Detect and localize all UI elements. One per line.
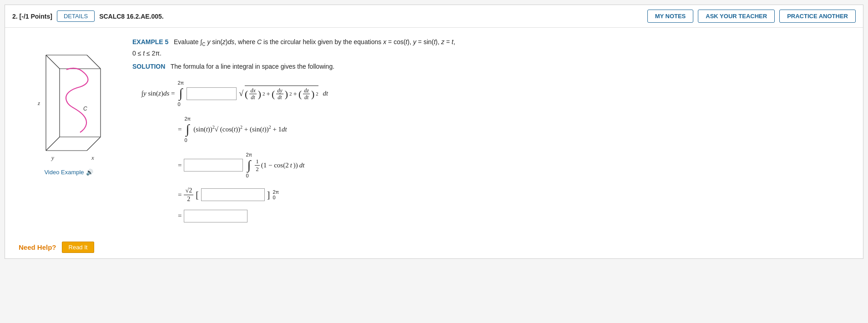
helix-diagram: z y x C xyxy=(28,37,110,164)
svg-line-6 xyxy=(46,55,60,69)
example-number: EXAMPLE 5 xyxy=(132,38,168,45)
video-example-label: Video Example xyxy=(44,169,84,176)
solution-section: SOLUTION The formula for a line integral… xyxy=(132,63,854,70)
eval-upper: 2π xyxy=(273,189,279,195)
ask-teacher-button[interactable]: ASK YOUR TEACHER xyxy=(698,10,775,23)
read-it-button[interactable]: Read It xyxy=(62,242,95,253)
input-field-3[interactable] xyxy=(201,188,265,201)
problem-header: 2. [-/1 Points] DETAILS SCALC8 16.2.AE.0… xyxy=(5,5,863,28)
eq4-coeff: √2 2 xyxy=(184,187,193,203)
svg-line-10 xyxy=(46,137,60,151)
eq1-lhs: ∫y sin(z)ds = xyxy=(141,86,175,101)
eq2-integrand: (sin(t))2√ (cos(t))2 + (sin(t))2 + 1dt xyxy=(193,122,287,137)
need-help-label: Need Help? xyxy=(19,243,56,251)
equation-line-5: = xyxy=(178,208,854,223)
equation-line-4: = √2 2 [ ] 2π 0 xyxy=(178,185,854,205)
eq3-eq: = xyxy=(178,158,182,173)
equation-line-2: = 2π ∫ 0 (sin(t))2√ (cos(t))2 + (sin(t))… xyxy=(178,113,854,146)
details-button[interactable]: DETAILS xyxy=(57,10,95,22)
svg-text:z: z xyxy=(37,100,40,106)
audio-icon: 🔊 xyxy=(86,169,93,176)
eq4-bracket-close: ] xyxy=(267,185,270,205)
video-example-link[interactable]: Video Example 🔊 xyxy=(44,169,93,176)
my-notes-button[interactable]: MY NOTES xyxy=(647,10,694,23)
svg-line-1 xyxy=(87,55,101,69)
svg-line-3 xyxy=(87,137,101,151)
lower-limit-1: 0 xyxy=(177,99,180,110)
svg-text:C: C xyxy=(83,106,87,112)
main-content: z y x C Video Example 🔊 EXAM xyxy=(5,28,863,236)
problem-code: SCALC8 16.2.AE.005. xyxy=(99,13,164,20)
points-label: 2. [-/1 Points] xyxy=(12,13,52,20)
example-title: EXAMPLE 5 Evaluate ∫C y sin(z)ds, where … xyxy=(132,37,854,58)
example-constraint: 0 ≤ t ≤ 2π. xyxy=(132,50,161,57)
need-help-bar: Need Help? Read It xyxy=(5,236,863,258)
input-field-4[interactable] xyxy=(184,210,247,222)
right-panel: EXAMPLE 5 Evaluate ∫C y sin(z)ds, where … xyxy=(132,37,854,227)
eq5-eq: = xyxy=(178,208,182,223)
input-field-1[interactable] xyxy=(187,87,237,100)
lower-limit-3: 0 xyxy=(246,170,248,181)
eq1-sqrt: √ ( dx dt ) 2 + ( dy xyxy=(239,85,328,103)
practice-another-button[interactable]: PRACTICE ANOTHER xyxy=(779,10,856,23)
eq4-bracket-open: [ xyxy=(196,185,199,205)
integral-sign-3: ∫ xyxy=(247,160,251,170)
input-field-2[interactable] xyxy=(184,159,243,172)
math-equations: ∫y sin(z)ds = 2π ∫ 0 √ ( xyxy=(141,77,854,223)
equation-line-3: = 2π ∫ 0 1 2 (1 − cos(2t))dt xyxy=(178,149,854,182)
eq4-eq: = xyxy=(178,187,182,202)
left-panel: z y x C Video Example 🔊 xyxy=(19,37,119,227)
eval-lower: 0 xyxy=(273,195,276,200)
integral-sign-2: ∫ xyxy=(186,124,189,134)
header-right: MY NOTES ASK YOUR TEACHER PRACTICE ANOTH… xyxy=(647,10,856,23)
eq3-integrand: 1 2 (1 − cos(2t))dt xyxy=(255,158,304,173)
lower-limit-2: 0 xyxy=(184,135,187,146)
header-left: 2. [-/1 Points] DETAILS SCALC8 16.2.AE.0… xyxy=(12,10,642,22)
eq2-eq: = xyxy=(178,122,182,137)
svg-text:x: x xyxy=(91,154,94,161)
equation-line-1: ∫y sin(z)ds = 2π ∫ 0 √ ( xyxy=(141,77,854,110)
solution-label: SOLUTION xyxy=(132,63,165,70)
integral-sign-1: ∫ xyxy=(179,88,182,98)
example-description: Evaluate ∫C y sin(z)ds, where C is the c… xyxy=(174,38,455,45)
svg-text:y: y xyxy=(50,154,54,161)
solution-intro: The formula for a line integral in space… xyxy=(171,63,334,70)
